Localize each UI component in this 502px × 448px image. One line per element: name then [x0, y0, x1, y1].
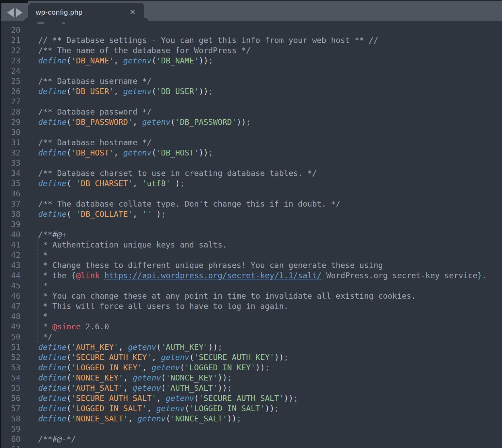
code-line[interactable]: 47 * This will force all users to have t… — [0, 301, 502, 311]
code-token: define — [38, 353, 67, 362]
forward-icon[interactable] — [16, 8, 23, 17]
code-token: LOGGED_IN_KEY — [76, 363, 137, 372]
code-line[interactable]: 30 — [0, 127, 502, 137]
window-edge — [0, 0, 1, 448]
line-number: 51 — [0, 342, 20, 352]
code-line[interactable]: 52define('SECURE_AUTH_KEY', getenv('SECU… — [0, 352, 502, 362]
code-line[interactable]: 24 — [0, 66, 502, 76]
code-line[interactable]: 53define('LOGGED_IN_KEY', getenv('LOGGED… — [0, 362, 502, 373]
code-token: /**#@-*/ — [38, 435, 76, 444]
tab-wp-config[interactable]: wp-config.php ✕ — [28, 3, 144, 22]
code-line[interactable]: 33 — [0, 158, 502, 168]
code-token: ' — [71, 353, 76, 362]
line-content: define('DB_PASSWORD', getenv('DB_PASSWOR… — [38, 117, 251, 127]
code-line[interactable]: 56define('SECURE_AUTH_SALT', getenv('SEC… — [0, 393, 502, 403]
code-line[interactable]: 51define('AUTH_KEY', getenv('AUTH_KEY'))… — [0, 342, 502, 352]
code-line[interactable]: 45 * — [0, 281, 502, 291]
code-line[interactable]: 37/** The database collate type. Don't c… — [0, 199, 502, 209]
line-content: /** The name of the database for WordPre… — [38, 45, 251, 56]
code-line[interactable]: 59 — [0, 424, 502, 434]
line-content: * — [38, 281, 48, 291]
code-token: ' — [128, 179, 133, 188]
code-line[interactable]: 58define('NONCE_SALT', getenv('NONCE_SAL… — [0, 414, 502, 424]
code-token: define — [38, 210, 67, 219]
code-token: ' — [118, 384, 123, 392]
code-token: ( — [67, 343, 71, 352]
code-token: ( — [189, 353, 194, 362]
code-line[interactable]: 22/** The name of the database for WordP… — [0, 45, 502, 56]
code-line[interactable]: 38define( 'DB_COLLATE', '' ); — [0, 209, 502, 219]
code-token: SECURE_AUTH_SALT — [76, 394, 152, 403]
line-content: define('SECURE_AUTH_KEY', getenv('SECURE… — [38, 352, 289, 362]
line-content: define('LOGGED_IN_KEY', getenv('LOGGED_I… — [38, 362, 270, 373]
code-line[interactable]: 32define('DB_HOST', getenv('DB_HOST')); — [0, 148, 502, 158]
code-token: ; — [246, 118, 251, 126]
code-token: * — [38, 312, 48, 321]
code-line[interactable]: 48 * — [0, 311, 502, 322]
code-line[interactable]: 34/** Database charset to use in creatin… — [0, 168, 502, 178]
code-line[interactable]: 43 * Change these to different unique ph… — [0, 260, 502, 270]
code-token: ' — [189, 404, 194, 413]
line-content: define('DB_USER', getenv('DB_USER')); — [38, 86, 213, 96]
code-token: * — [38, 322, 53, 331]
code-token: ( — [67, 210, 76, 219]
code-token: ( — [161, 384, 166, 392]
url-link[interactable]: https://api.wordpress.org/secret-key/1.1… — [104, 271, 322, 280]
code-line[interactable]: 31/** Database hostname */ — [0, 137, 502, 148]
code-line[interactable]: 49 * @since 2.6.0 — [0, 322, 502, 332]
line-content: * Authentication unique keys and salts. — [38, 240, 227, 250]
code-line[interactable]: 41 * Authentication unique keys and salt… — [0, 240, 502, 250]
code-line[interactable]: 50 */ — [0, 332, 502, 342]
code-line[interactable]: 61 — [0, 444, 502, 448]
line-content: define('DB_NAME', getenv('DB_NAME')); — [38, 56, 213, 66]
code-token: utf8 — [147, 179, 166, 188]
code-token: ' — [76, 179, 81, 188]
code-line[interactable]: 42 * — [0, 250, 502, 260]
line-number: 46 — [0, 291, 20, 301]
code-line[interactable]: 60/**#@-*/ — [0, 434, 502, 444]
code-line[interactable]: 40/**#@+ — [0, 229, 502, 240]
code-line[interactable]: 25/** Database username */ — [0, 76, 502, 86]
code-line[interactable]: 54define('NONCE_KEY', getenv('NONCE_KEY'… — [0, 373, 502, 383]
code-token: define — [38, 343, 67, 352]
code-token: ' — [114, 343, 119, 352]
line-number: 35 — [0, 178, 20, 189]
line-number: 39 — [0, 219, 20, 229]
code-token: ' — [137, 363, 142, 372]
code-line[interactable]: 55define('AUTH_SALT', getenv('AUTH_SALT'… — [0, 383, 502, 393]
code-token: ' — [251, 363, 255, 372]
code-line[interactable]: 28/** Database password */ — [0, 107, 502, 117]
code-token: , — [133, 210, 142, 219]
code-token: 2.6.0 — [81, 322, 109, 331]
code-line[interactable]: 27 — [0, 96, 502, 107]
code-token: /** Database charset to use in creating … — [38, 169, 317, 178]
code-token: /** The database collate type. Don't cha… — [38, 199, 340, 208]
code-editor[interactable]: 2021// ** Database settings - You can ge… — [0, 21, 502, 448]
code-token: ' — [171, 414, 175, 423]
code-token: )) — [199, 148, 208, 157]
code-token: ' — [147, 353, 152, 362]
code-line[interactable]: 21// ** Database settings - You can get … — [0, 35, 502, 45]
code-line[interactable]: 39 — [0, 219, 502, 229]
code-line[interactable]: 23define('DB_NAME', getenv('DB_NAME')); — [0, 56, 502, 66]
close-icon[interactable]: ✕ — [130, 9, 136, 16]
code-token: ) — [171, 179, 180, 188]
code-lines: 2021// ** Database settings - You can ge… — [0, 21, 502, 448]
code-line[interactable]: 20 — [0, 25, 502, 35]
code-line[interactable]: 57define('LOGGED_IN_SALT', getenv('LOGGE… — [0, 403, 502, 414]
code-token: WordPress.org secret-key service — [322, 271, 477, 280]
code-line[interactable]: 46 * You can change these at any point i… — [0, 291, 502, 301]
code-token: ; — [237, 414, 241, 423]
code-token: */ — [38, 332, 53, 341]
code-line[interactable]: 26define('DB_USER', getenv('DB_USER')); — [0, 86, 502, 96]
code-line[interactable]: 35define( 'DB_CHARSET', 'utf8' ); — [0, 178, 502, 189]
code-line[interactable]: 29define('DB_PASSWORD', getenv('DB_PASSW… — [0, 117, 502, 127]
line-number: 29 — [0, 117, 20, 127]
line-number: 60 — [0, 434, 20, 444]
code-line[interactable]: 36 — [0, 189, 502, 199]
code-token: DB_USER — [161, 87, 194, 96]
code-line[interactable]: 44 * the {@link https://api.wordpress.or… — [0, 270, 502, 281]
line-number: 31 — [0, 137, 20, 148]
back-icon[interactable] — [7, 8, 14, 17]
code-token: )) — [227, 414, 237, 423]
